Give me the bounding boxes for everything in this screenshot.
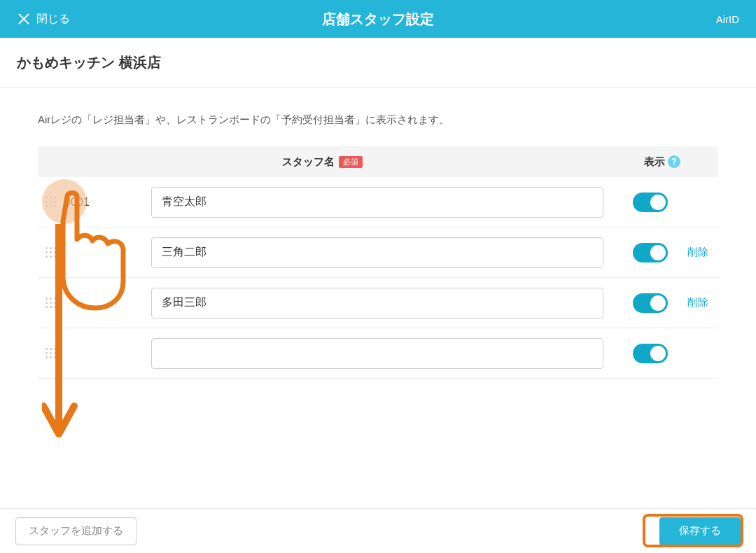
staff-row: 削除: [38, 227, 718, 278]
description-text: Airレジの「レジ担当者」や、レストランボードの「予約受付担当者」に表示されます…: [38, 88, 718, 146]
drag-handle[interactable]: [41, 197, 60, 207]
staff-rows: 0001削除削除: [38, 177, 718, 379]
drag-handle[interactable]: [41, 247, 60, 258]
staff-row: 0001: [38, 177, 718, 227]
help-icon[interactable]: ?: [668, 155, 680, 168]
footer: スタッフを追加する 保存する: [0, 508, 756, 553]
required-badge: 必須: [339, 156, 363, 168]
app-header: 閉じる 店舗スタッフ設定 AirID: [0, 0, 756, 38]
column-name-header: スタッフ名 必須: [38, 155, 606, 169]
toggle-column: [603, 344, 715, 363]
column-display-label: 表示: [644, 155, 665, 169]
table-header: スタッフ名 必須 表示 ?: [38, 146, 718, 177]
column-display-header: 表示 ?: [606, 155, 718, 169]
staff-row: 削除: [38, 278, 718, 328]
display-toggle[interactable]: [633, 243, 668, 262]
add-staff-button[interactable]: スタッフを追加する: [15, 517, 136, 545]
delete-link[interactable]: 削除: [687, 246, 708, 259]
staff-id: 0001: [60, 196, 151, 209]
page-title: 店舗スタッフ設定: [322, 10, 434, 29]
staff-name-input[interactable]: [151, 237, 603, 268]
display-toggle[interactable]: [633, 192, 668, 212]
column-name-label: スタッフ名: [282, 155, 335, 169]
airid-label: AirID: [716, 13, 739, 25]
toggle-column: 削除: [603, 243, 715, 262]
drag-handle[interactable]: [41, 348, 60, 358]
subheader: かもめキッチン 横浜店: [0, 38, 756, 88]
staff-name-input[interactable]: [151, 187, 603, 218]
close-icon: [17, 12, 31, 26]
staff-name-input[interactable]: [151, 338, 603, 369]
save-button[interactable]: 保存する: [659, 517, 741, 545]
staff-row: [38, 328, 718, 379]
store-name: かもめキッチン 横浜店: [17, 53, 739, 72]
close-button[interactable]: 閉じる: [17, 12, 70, 27]
content: Airレジの「レジ担当者」や、レストランボードの「予約受付担当者」に表示されます…: [0, 88, 756, 379]
close-label: 閉じる: [36, 12, 70, 27]
display-toggle[interactable]: [633, 293, 668, 313]
toggle-column: 削除: [603, 293, 715, 313]
delete-link[interactable]: 削除: [687, 296, 708, 309]
staff-name-input[interactable]: [151, 288, 603, 318]
display-toggle[interactable]: [633, 344, 668, 363]
toggle-column: [603, 192, 715, 212]
drag-handle[interactable]: [41, 298, 60, 308]
